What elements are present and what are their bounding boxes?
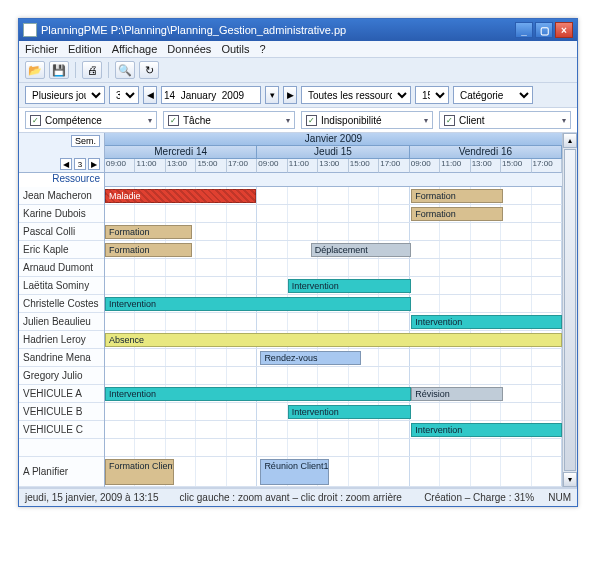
separator (75, 62, 76, 78)
task-rows[interactable]: MaladieFormationFormationFormationFormat… (105, 187, 562, 487)
filter-label: Indisponibilité (321, 115, 382, 126)
chevron-down-icon[interactable]: ▾ (424, 116, 428, 125)
filter-client[interactable]: ✓ Client ▾ (439, 111, 571, 129)
filter-tache[interactable]: ✓ Tâche ▾ (163, 111, 295, 129)
status-numlock: NUM (548, 492, 571, 503)
resource-row[interactable]: Pascal Colli (19, 223, 104, 241)
task-bar[interactable]: Intervention (105, 297, 411, 311)
date-prev-button[interactable]: ◀ (143, 86, 157, 104)
task-bar[interactable]: Intervention (411, 315, 562, 329)
day-header[interactable]: Mercredi 14 (105, 146, 257, 159)
resource-row[interactable]: VEHICULE C (19, 421, 104, 439)
resource-count-select[interactable]: 15 (415, 86, 449, 104)
task-bar[interactable]: Formation Client6 (105, 459, 174, 485)
week-prev-button[interactable]: ◀ (60, 158, 72, 170)
menu-edition[interactable]: Edition (68, 43, 102, 55)
resource-column: Sem. ◀ 3 ▶ Ressource Jean MacheronKarine… (19, 133, 105, 487)
date-input[interactable] (161, 86, 261, 104)
save-icon[interactable]: 💾 (49, 61, 69, 79)
task-bar[interactable]: Intervention (105, 387, 411, 401)
scroll-up-button[interactable]: ▴ (563, 133, 577, 148)
menu-donnees[interactable]: Données (167, 43, 211, 55)
task-bar[interactable]: Déplacement (311, 243, 412, 257)
timeline-grid[interactable]: Janvier 2009 Mercredi 14Jeudi 15Vendredi… (105, 133, 562, 487)
toolbar-date: Plusieurs jours 3 ◀ ▾ ▶ Toutes les resso… (19, 83, 577, 108)
resource-row[interactable]: Julien Beaulieu (19, 313, 104, 331)
timeline-row[interactable] (105, 259, 562, 277)
resource-row[interactable]: Gregory Julio (19, 367, 104, 385)
menu-help[interactable]: ? (260, 43, 266, 55)
menu-affichage[interactable]: Affichage (112, 43, 158, 55)
task-bar[interactable]: Intervention (288, 405, 411, 419)
task-bar[interactable]: Intervention (411, 423, 562, 437)
view-count-select[interactable]: 3 (109, 86, 139, 104)
view-mode-select[interactable]: Plusieurs jours (25, 86, 105, 104)
filter-label: Client (459, 115, 485, 126)
refresh-icon[interactable]: ↻ (139, 61, 159, 79)
menu-outils[interactable]: Outils (221, 43, 249, 55)
grouping-select[interactable]: Catégorie (453, 86, 533, 104)
hour-header: 11:00 (440, 159, 470, 173)
resource-row[interactable]: VEHICULE B (19, 403, 104, 421)
task-bar[interactable]: Réunion Client1 (260, 459, 329, 485)
timeline-row[interactable] (105, 457, 562, 487)
check-icon[interactable]: ✓ (444, 115, 455, 126)
task-bar[interactable]: Formation (411, 189, 502, 203)
scroll-thumb[interactable] (564, 149, 576, 471)
resource-row[interactable]: Jean Macheron (19, 187, 104, 205)
task-bar[interactable]: Révision (411, 387, 502, 401)
open-icon[interactable]: 📂 (25, 61, 45, 79)
task-bar[interactable]: Maladie (105, 189, 256, 203)
task-bar[interactable]: Formation (105, 225, 192, 239)
status-bar: jeudi, 15 janvier, 2009 à 13:15 clic gau… (19, 488, 577, 506)
spacer (105, 173, 562, 187)
resource-scope-select[interactable]: Toutes les ressources (301, 86, 411, 104)
hour-header: 09:00 (257, 159, 287, 173)
check-icon[interactable]: ✓ (306, 115, 317, 126)
resource-row[interactable]: Hadrien Leroy (19, 331, 104, 349)
scroll-down-button[interactable]: ▾ (563, 472, 577, 487)
resource-row[interactable]: Arnaud Dumont (19, 259, 104, 277)
close-button[interactable]: × (555, 22, 573, 38)
task-bar[interactable]: Absence (105, 333, 562, 347)
check-icon[interactable]: ✓ (168, 115, 179, 126)
search-icon[interactable]: 🔍 (115, 61, 135, 79)
day-header[interactable]: Vendredi 16 (410, 146, 562, 159)
chevron-down-icon[interactable]: ▾ (286, 116, 290, 125)
date-dropdown-button[interactable]: ▾ (265, 86, 279, 104)
resource-row[interactable]: Sandrine Mena (19, 349, 104, 367)
resource-row[interactable]: A Planifier (19, 457, 104, 487)
task-bar[interactable]: Formation (411, 207, 502, 221)
chevron-down-icon[interactable]: ▾ (148, 116, 152, 125)
week-next-button[interactable]: ▶ (88, 158, 100, 170)
hour-header: 09:00 (105, 159, 135, 173)
title-bar[interactable]: PlanningPME P:\Planning\Planning_Gestion… (19, 19, 577, 41)
day-header[interactable]: Jeudi 15 (257, 146, 409, 159)
timeline-row[interactable] (105, 367, 562, 385)
status-datetime: jeudi, 15 janvier, 2009 à 13:15 (25, 492, 158, 503)
filter-indisponibilite[interactable]: ✓ Indisponibilité ▾ (301, 111, 433, 129)
toolbar-main: 📂 💾 🖨 🔍 ↻ (19, 58, 577, 83)
task-bar[interactable]: Formation (105, 243, 192, 257)
print-icon[interactable]: 🖨 (82, 61, 102, 79)
week-label-box[interactable]: Sem. (71, 135, 100, 147)
task-bar[interactable]: Rendez-vous (260, 351, 361, 365)
check-icon[interactable]: ✓ (30, 115, 41, 126)
hour-header: 13:00 (471, 159, 501, 173)
filter-competence[interactable]: ✓ Compétence ▾ (25, 111, 157, 129)
minimize-button[interactable]: _ (515, 22, 533, 38)
resource-row[interactable] (19, 439, 104, 457)
vertical-scrollbar[interactable]: ▴ ▾ (562, 133, 577, 487)
task-bar[interactable]: Intervention (288, 279, 411, 293)
resource-row[interactable]: VEHICULE A (19, 385, 104, 403)
resource-row[interactable]: Christelle Costes (19, 295, 104, 313)
timeline-row[interactable] (105, 439, 562, 457)
date-next-button[interactable]: ▶ (283, 86, 297, 104)
resource-row[interactable]: Karine Dubois (19, 205, 104, 223)
hour-header: 15:00 (349, 159, 379, 173)
menu-fichier[interactable]: Fichier (25, 43, 58, 55)
chevron-down-icon[interactable]: ▾ (562, 116, 566, 125)
maximize-button[interactable]: ▢ (535, 22, 553, 38)
resource-row[interactable]: Laëtita Sominy (19, 277, 104, 295)
resource-row[interactable]: Eric Kaple (19, 241, 104, 259)
